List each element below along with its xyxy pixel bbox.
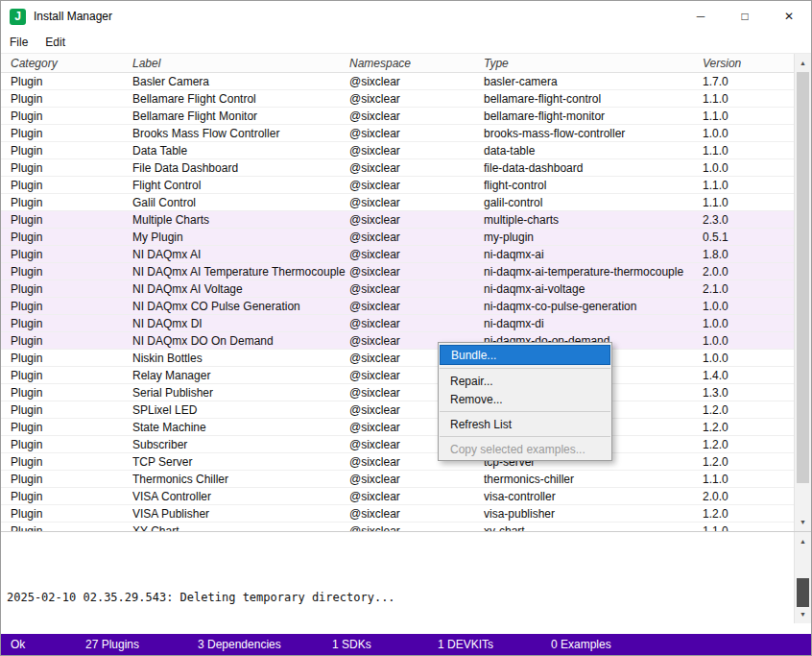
table-row[interactable]: PluginNI DAQmx DI@sixclearni-daqmx-di1.0…	[1, 315, 794, 332]
table-row[interactable]: PluginSPLixel LED@sixclearsplixel-led1.2…	[1, 401, 794, 419]
menu-edit[interactable]: Edit	[36, 32, 74, 53]
cell-type: brooks-mass-flow-controller	[484, 127, 703, 140]
table-row[interactable]: PluginNI DAQmx DO On Demand@sixclearni-d…	[1, 332, 794, 350]
log-output: 2025-02-10 02.35.29.543: Deleting tempor…	[1, 531, 811, 623]
close-button[interactable]: ✕	[767, 1, 811, 32]
cell-category: Plugin	[1, 231, 132, 244]
menu-item-bundle[interactable]: Bundle...	[440, 345, 610, 365]
table-row[interactable]: PluginRelay Manager@sixclearrelay-manage…	[1, 367, 794, 384]
table-row[interactable]: PluginNI DAQmx AI Voltage@sixclearni-daq…	[1, 280, 794, 298]
cell-category: Plugin	[1, 127, 132, 140]
cell-version: 1.7.0	[703, 75, 794, 88]
scrollbar-thumb[interactable]	[797, 72, 809, 483]
scroll-up-icon[interactable]: ▲	[795, 55, 811, 71]
table-row[interactable]: PluginFlight Control@sixclearflight-cont…	[1, 177, 794, 194]
cell-category: Plugin	[1, 490, 132, 503]
cell-version: 1.0.0	[703, 352, 794, 365]
column-header-category[interactable]: Category	[1, 57, 132, 70]
menu-separator	[440, 411, 610, 412]
cell-category: Plugin	[1, 473, 132, 486]
cell-category: Plugin	[1, 507, 132, 521]
cell-version: 2.0.0	[703, 490, 794, 503]
table-scrollbar[interactable]: ▲ ▼	[794, 54, 811, 531]
scroll-down-icon[interactable]: ▼	[795, 606, 811, 622]
menu-item-refresh-list[interactable]: Refresh List	[439, 415, 611, 433]
cell-type: visa-controller	[484, 490, 703, 503]
table-row[interactable]: PluginSerial Publisher@sixclearserial-pu…	[1, 384, 794, 401]
table-row[interactable]: PluginThermonics Chiller@sixclearthermon…	[1, 471, 794, 488]
cell-type: flight-control	[484, 179, 703, 192]
cell-label: Thermonics Chiller	[132, 473, 349, 486]
scroll-down-icon[interactable]: ▼	[795, 514, 811, 530]
table-row[interactable]: PluginTCP Server@sixcleartcp-server1.2.0	[1, 453, 794, 471]
menu-item-remove[interactable]: Remove...	[439, 390, 611, 408]
cell-label: Niskin Bottles	[132, 352, 349, 365]
table-row[interactable]: PluginNI DAQmx CO Pulse Generation@sixcl…	[1, 298, 794, 315]
cell-category: Plugin	[1, 248, 132, 261]
cell-version: 1.0.0	[703, 161, 794, 175]
cell-version: 1.2.0	[703, 403, 794, 417]
log-scrollbar[interactable]: ▲ ▼	[794, 532, 811, 623]
table-row[interactable]: PluginXY Chart@sixclearxy-chart1.1.0	[1, 522, 794, 531]
table-row[interactable]: PluginState Machine@sixclearstate-machin…	[1, 419, 794, 436]
cell-category: Plugin	[1, 369, 132, 382]
table-row[interactable]: PluginMy Plugin@sixclearmy-plugin0.5.1	[1, 229, 794, 246]
cell-version: 1.1.0	[703, 524, 794, 532]
table-row[interactable]: PluginMultiple Charts@sixclearmultiple-c…	[1, 211, 794, 229]
table-row[interactable]: PluginGalil Control@sixcleargalil-contro…	[1, 194, 794, 211]
cell-label: SPLixel LED	[132, 403, 349, 417]
table-row[interactable]: PluginData Table@sixcleardata-table1.1.0	[1, 142, 794, 159]
context-menu: Bundle... Repair... Remove... Refresh Li…	[438, 342, 612, 461]
scrollbar-thumb[interactable]	[797, 578, 809, 607]
plugin-table: Category Label Namespace Type Version Pl…	[1, 53, 811, 531]
cell-version: 1.1.0	[703, 109, 794, 123]
cell-type: my-plugin	[484, 231, 703, 244]
table-row[interactable]: PluginBasler Camera@sixclearbasler-camer…	[1, 73, 794, 90]
cell-version: 1.1.0	[703, 144, 794, 158]
cell-label: State Machine	[132, 421, 349, 434]
maximize-button[interactable]: □	[723, 1, 767, 32]
cell-type: bellamare-flight-monitor	[484, 109, 703, 123]
cell-namespace: @sixclear	[349, 75, 484, 88]
table-row[interactable]: PluginVISA Controller@sixclearvisa-contr…	[1, 488, 794, 505]
cell-version: 1.2.0	[703, 421, 794, 434]
minimize-button[interactable]: ─	[679, 1, 723, 32]
table-row[interactable]: PluginNI DAQmx AI@sixclearni-daqmx-ai1.8…	[1, 246, 794, 263]
table-row[interactable]: PluginNiskin Bottles@sixclearniskin-bott…	[1, 350, 794, 367]
cell-version: 1.1.0	[703, 473, 794, 486]
table-row[interactable]: PluginSubscriber@sixclearsubscriber1.2.0	[1, 436, 794, 453]
cell-namespace: @sixclear	[349, 507, 484, 521]
cell-label: My Plugin	[132, 231, 349, 244]
cell-version: 1.2.0	[703, 455, 794, 469]
menu-item-repair[interactable]: Repair...	[439, 372, 611, 390]
column-header-type[interactable]: Type	[484, 57, 703, 70]
cell-type: ni-daqmx-co-pulse-generation	[484, 300, 703, 313]
column-header-label[interactable]: Label	[132, 57, 349, 70]
table-row[interactable]: PluginFile Data Dashboard@sixclearfile-d…	[1, 159, 794, 177]
cell-label: XY Chart	[132, 524, 349, 532]
table-row[interactable]: PluginBellamare Flight Monitor@sixclearb…	[1, 108, 794, 125]
cell-label: Galil Control	[132, 196, 349, 209]
cell-version: 1.2.0	[703, 507, 794, 521]
table-header: Category Label Namespace Type Version	[1, 54, 794, 73]
table-row[interactable]: PluginBellamare Flight Control@sixclearb…	[1, 90, 794, 108]
cell-label: Subscriber	[132, 438, 349, 451]
cell-namespace: @sixclear	[349, 524, 484, 532]
column-header-version[interactable]: Version	[703, 57, 794, 70]
cell-version: 2.3.0	[703, 213, 794, 227]
table-row[interactable]: PluginBrooks Mass Flow Controller@sixcle…	[1, 125, 794, 142]
cell-version: 1.4.0	[703, 369, 794, 382]
cell-label: Flight Control	[132, 179, 349, 192]
cell-label: Basler Camera	[132, 75, 349, 88]
table-row[interactable]: PluginVISA Publisher@sixclearvisa-publis…	[1, 505, 794, 522]
cell-category: Plugin	[1, 144, 132, 158]
column-header-namespace[interactable]: Namespace	[349, 57, 484, 70]
window-title: Install Manager	[34, 10, 112, 23]
status-state: Ok	[11, 638, 25, 651]
status-devkits: 1 DEVKITs	[438, 638, 493, 651]
menu-file[interactable]: File	[1, 32, 36, 53]
cell-label: VISA Publisher	[132, 507, 349, 521]
cell-type: ni-daqmx-ai-temperature-thermocouple	[484, 265, 703, 279]
table-row[interactable]: PluginNI DAQmx AI Temperature Thermocoup…	[1, 263, 794, 280]
scroll-up-icon[interactable]: ▲	[795, 533, 811, 549]
